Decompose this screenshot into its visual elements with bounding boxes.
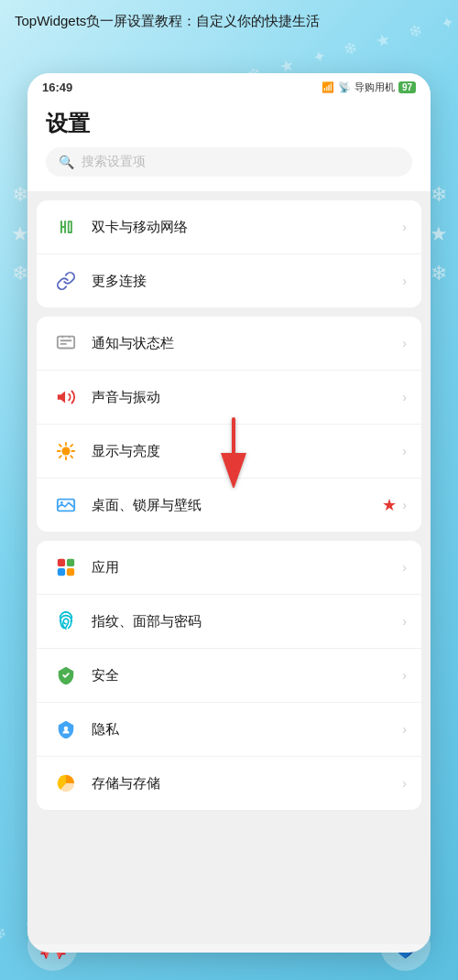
settings-item-sound[interactable]: 声音与振动 › bbox=[37, 371, 421, 425]
svg-line-11 bbox=[60, 456, 61, 458]
display-label: 显示与亮度 bbox=[92, 443, 402, 460]
more-connections-label: 更多连接 bbox=[92, 273, 402, 290]
signal-icon: 📶 bbox=[322, 81, 334, 93]
svg-point-13 bbox=[60, 501, 63, 504]
notification-chevron: › bbox=[402, 336, 407, 350]
desktop-label: 桌面、锁屏与壁纸 bbox=[92, 497, 382, 514]
settings-item-notification[interactable]: 通知与状态栏 › bbox=[37, 317, 421, 371]
desktop-chevron: › bbox=[402, 498, 407, 512]
star-icon: ★ bbox=[382, 495, 397, 515]
page-title: TopWidgets负一屏设置教程：自定义你的快捷生活 bbox=[0, 0, 458, 38]
settings-item-applications[interactable]: 应用 › bbox=[37, 541, 421, 595]
notification-icon bbox=[51, 328, 81, 358]
privacy-chevron: › bbox=[402, 722, 407, 737]
fingerprint-chevron: › bbox=[402, 614, 407, 629]
dual-sim-label: 双卡与移动网络 bbox=[92, 219, 402, 236]
svg-line-8 bbox=[60, 445, 61, 447]
more-connections-icon bbox=[51, 266, 81, 296]
settings-header: 设置 🔍 搜索设置项 bbox=[27, 98, 431, 191]
svg-rect-2 bbox=[60, 343, 67, 345]
status-bar: 16:49 📶 📡 导购用机 97 bbox=[27, 73, 431, 98]
svg-rect-16 bbox=[67, 559, 74, 566]
svg-rect-17 bbox=[58, 568, 65, 576]
more-connections-chevron: › bbox=[402, 274, 407, 288]
settings-content: 设置 🔍 搜索设置项 双卡与移动网络 › bbox=[27, 98, 431, 944]
svg-rect-0 bbox=[58, 337, 74, 349]
svg-point-3 bbox=[61, 447, 70, 455]
fingerprint-icon bbox=[51, 607, 81, 636]
applications-icon bbox=[51, 553, 81, 582]
status-time: 16:49 bbox=[42, 81, 72, 94]
svg-line-10 bbox=[71, 445, 72, 447]
settings-item-more-connections[interactable]: 更多连接 › bbox=[37, 254, 421, 307]
settings-item-storage[interactable]: 存储与存储 › bbox=[37, 757, 421, 810]
settings-item-privacy[interactable]: 隐私 › bbox=[37, 703, 421, 757]
svg-line-9 bbox=[71, 456, 72, 458]
settings-item-fingerprint[interactable]: 指纹、面部与密码 › bbox=[37, 595, 421, 649]
display-chevron: › bbox=[402, 444, 407, 458]
settings-group-system: 通知与状态栏 › 声音与振动 › bbox=[37, 317, 421, 532]
settings-group-network: 双卡与移动网络 › 更多连接 › bbox=[37, 200, 421, 307]
notification-label: 通知与状态栏 bbox=[92, 335, 402, 352]
storage-chevron: › bbox=[402, 776, 407, 791]
dual-sim-chevron: › bbox=[402, 220, 407, 234]
settings-item-display[interactable]: 显示与亮度 › bbox=[37, 425, 421, 479]
sound-label: 声音与振动 bbox=[92, 389, 402, 406]
desktop-icon bbox=[51, 490, 81, 520]
dual-sim-icon bbox=[51, 212, 81, 242]
settings-title: 设置 bbox=[46, 109, 412, 138]
battery-badge: 97 bbox=[398, 81, 416, 93]
privacy-label: 隐私 bbox=[92, 721, 402, 738]
storage-icon bbox=[51, 769, 81, 798]
phone-frame: 16:49 📶 📡 导购用机 97 设置 🔍 搜索设置项 bbox=[27, 73, 431, 953]
settings-item-dual-sim[interactable]: 双卡与移动网络 › bbox=[37, 200, 421, 254]
search-bar[interactable]: 🔍 搜索设置项 bbox=[46, 147, 412, 177]
status-icons: 📶 📡 导购用机 97 bbox=[322, 81, 416, 94]
settings-group-apps: 应用 › 指纹、面部与密码 bbox=[37, 541, 421, 810]
security-label: 安全 bbox=[92, 667, 402, 684]
security-chevron: › bbox=[402, 668, 407, 683]
privacy-icon bbox=[51, 715, 81, 744]
security-icon bbox=[51, 661, 81, 690]
applications-label: 应用 bbox=[92, 559, 402, 576]
settings-item-desktop[interactable]: 桌面、锁屏与壁纸 ★ › bbox=[37, 479, 421, 532]
svg-rect-18 bbox=[67, 568, 74, 576]
title-text: TopWidgets负一屏设置教程：自定义你的快捷生活 bbox=[15, 13, 320, 28]
display-icon bbox=[51, 436, 81, 466]
sound-chevron: › bbox=[402, 390, 407, 404]
search-placeholder: 搜索设置项 bbox=[82, 154, 146, 170]
storage-label: 存储与存储 bbox=[92, 775, 402, 792]
wifi-icon: 📡 bbox=[338, 81, 351, 93]
sound-icon bbox=[51, 382, 81, 412]
applications-chevron: › bbox=[402, 560, 407, 575]
fingerprint-label: 指纹、面部与密码 bbox=[92, 613, 402, 630]
settings-item-security[interactable]: 安全 › bbox=[37, 649, 421, 703]
svg-point-19 bbox=[64, 727, 69, 731]
status-label: 导购用机 bbox=[354, 81, 395, 94]
search-icon: 🔍 bbox=[59, 155, 74, 169]
svg-rect-1 bbox=[60, 339, 72, 341]
svg-rect-15 bbox=[58, 559, 65, 566]
